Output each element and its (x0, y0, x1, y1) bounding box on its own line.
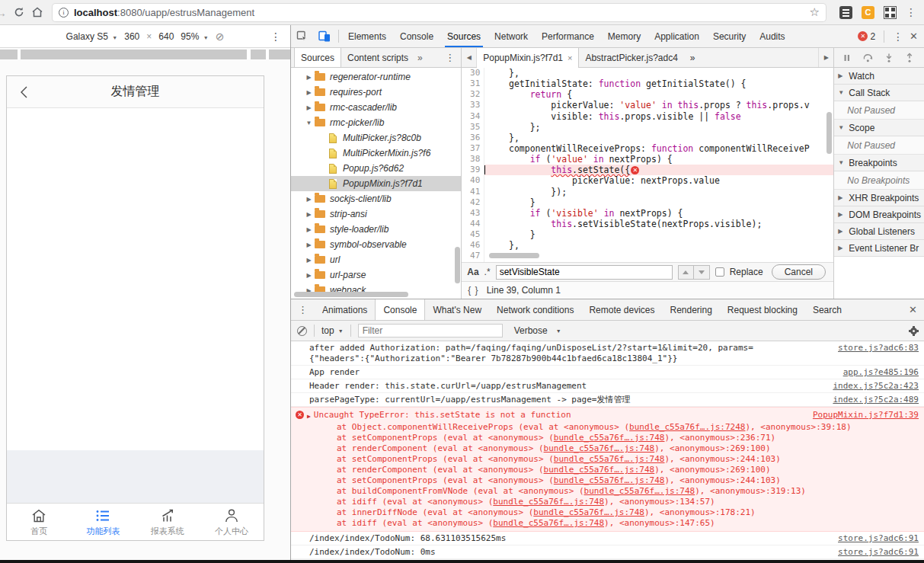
device-height-field[interactable]: 640 (158, 31, 174, 42)
editor-tab-abstractpicker[interactable]: AbstractPicker.js?adc4 (579, 48, 683, 67)
nav-item-function-list[interactable]: 功能列表 (71, 504, 135, 540)
console-source-link[interactable]: index.js?5c2a:423 (833, 381, 919, 392)
expand-stack-triangle[interactable]: ▶ (307, 411, 311, 422)
drawer-tab-whats-new[interactable]: What's New (425, 299, 489, 320)
section-scope[interactable]: ▼Scope (834, 120, 924, 136)
search-next-button[interactable] (694, 265, 710, 280)
stack-frame-link[interactable]: bundle_c55a76f….js:7248 (629, 422, 745, 432)
reload-icon[interactable] (13, 6, 25, 18)
section-xhr-breakpoints[interactable]: ▶XHR Breakpoints (834, 190, 924, 206)
tab-memory[interactable]: Memory (601, 25, 647, 47)
tree-file[interactable]: Popup.js?6d62 (291, 161, 461, 176)
execution-context-select[interactable]: top▼ (321, 325, 344, 336)
device-select[interactable]: Galaxy S5 ▼ (66, 31, 118, 42)
nav-item-reports[interactable]: 报表系统 (136, 504, 200, 540)
browser-menu-icon[interactable]: ⋮ (906, 7, 916, 18)
tree-horizontal-scrollbar[interactable] (294, 292, 408, 297)
console-source-link[interactable]: index.js?5c2a:489 (833, 395, 919, 405)
tree-folder-expanded[interactable]: ▼rmc-picker/lib (291, 115, 461, 130)
editor-horizontal-scrollbar[interactable] (489, 253, 539, 258)
drawer-tab-remote-devices[interactable]: Remote devices (581, 299, 662, 320)
tree-folder[interactable]: ▶sockjs-client/lib (291, 191, 461, 206)
drawer-tab-request-blocking[interactable]: Request blocking (720, 299, 805, 320)
bookmark-star-icon[interactable]: ☆ (810, 5, 820, 19)
log-level-select[interactable]: Verbose▼ (514, 325, 561, 336)
stack-frame-link[interactable]: bundle_c55a76f….js:748 (493, 518, 604, 528)
nav-item-profile[interactable]: 个人中心 (200, 504, 264, 540)
tab-network[interactable]: Network (488, 25, 535, 47)
stack-frame-link[interactable]: bundle_c55a76f….js:748 (493, 497, 604, 507)
tab-application[interactable]: Application (647, 25, 706, 47)
search-previous-button[interactable] (678, 265, 694, 280)
section-call-stack[interactable]: ▼Call Stack (834, 85, 924, 101)
stack-frame-link[interactable]: bundle_c55a76f….js:748 (544, 465, 655, 475)
navigator-tab-sources[interactable]: Sources (294, 48, 341, 67)
section-watch[interactable]: ▶Watch (834, 68, 924, 85)
console-source-link[interactable]: store.js?adc6:83 (838, 343, 919, 353)
replace-checkbox[interactable] (715, 267, 724, 277)
section-breakpoints[interactable]: ▼Breakpoints (834, 155, 924, 171)
drawer-tab-console[interactable]: Console (375, 299, 425, 320)
section-global-listeners[interactable]: ▶Global Listeners (834, 223, 924, 240)
tree-vertical-scrollbar[interactable] (455, 247, 460, 283)
zoom-select[interactable]: 95% ▼ (181, 31, 208, 42)
extension-icon-2[interactable]: C (862, 6, 874, 19)
extension-icon-3[interactable] (884, 6, 897, 19)
pause-script-icon[interactable] (842, 53, 852, 63)
editor-vertical-scrollbar[interactable] (826, 112, 832, 154)
tree-file-selected[interactable]: PopupMixin.js?f7d1 (291, 176, 461, 191)
stack-frame-link[interactable]: bundle_c55a76f….js:748 (554, 475, 665, 485)
tab-audits[interactable]: Audits (753, 25, 791, 47)
close-tab-icon[interactable]: × (568, 53, 572, 62)
tab-console[interactable]: Console (393, 25, 440, 47)
home-icon[interactable] (31, 6, 43, 18)
tab-elements[interactable]: Elements (341, 25, 393, 47)
tree-file[interactable]: MultiPickerMixin.js?f6 (291, 146, 461, 161)
page-info-icon[interactable]: i (59, 8, 69, 18)
inline-error-icon[interactable]: ✕ (631, 166, 639, 174)
tree-file[interactable]: MultiPicker.js?8c0b (291, 130, 461, 146)
url-bar[interactable]: i localhost :8080/uapp/estrusManagement … (53, 4, 826, 21)
step-over-icon[interactable] (862, 53, 874, 63)
tree-folder[interactable]: ▶strip-ansi (291, 206, 461, 222)
editor-tab-popupmixin[interactable]: PopupMixin.js?f7d1× (477, 48, 579, 68)
tree-folder[interactable]: ▶rmc-cascader/lib (291, 100, 461, 115)
rotate-device-icon[interactable]: ⊘ (216, 30, 225, 43)
tabs-scroll-right-icon[interactable]: ▶ (818, 48, 833, 67)
stack-frame-link[interactable]: bundle_c55a76f….js:748 (584, 486, 695, 496)
devtools-menu-icon[interactable]: ⋮ (893, 31, 903, 42)
tree-folder[interactable]: ▶url-parse (291, 267, 461, 283)
pretty-print-icon[interactable]: { } (468, 285, 478, 296)
tab-sources[interactable]: Sources (440, 25, 488, 47)
tree-folder[interactable]: ▶style-loader/lib (291, 222, 461, 237)
console-source-link[interactable]: store.js?adc6:91 (838, 547, 919, 558)
drawer-tab-animations[interactable]: Animations (315, 299, 375, 320)
device-toolbar-menu-icon[interactable]: ⋮ (270, 30, 281, 43)
section-event-listener-breakpoints[interactable]: ▶Event Listener Br (834, 240, 924, 257)
console-source-link[interactable]: store.js?adc6:91 (838, 533, 919, 544)
section-dom-breakpoints[interactable]: ▶DOM Breakpoints (834, 206, 924, 223)
cancel-button[interactable]: Cancel (772, 264, 826, 280)
device-width-field[interactable]: 360 (124, 31, 139, 42)
code-editor[interactable]: 30 }, 31 getInitialState: function getIn… (462, 68, 833, 262)
error-source-link[interactable]: PopupMixin.js?f7d1:39 (813, 410, 919, 421)
drawer-tab-network-conditions[interactable]: Network conditions (489, 299, 581, 320)
extension-icon-1[interactable] (839, 6, 852, 19)
tabs-scroll-left-icon[interactable]: ◀ (462, 48, 477, 67)
tree-folder[interactable]: ▶url (291, 252, 461, 267)
editor-tabs-overflow[interactable]: » (684, 48, 702, 67)
tree-folder[interactable]: ▶regenerator-runtime (291, 69, 461, 85)
step-out-icon[interactable] (904, 53, 915, 63)
drawer-menu-icon[interactable]: ⋮ (291, 299, 315, 320)
match-case-toggle[interactable]: Aa (467, 267, 478, 277)
forward-icon[interactable]: → (0, 6, 7, 19)
stack-frame-link[interactable]: bundle_c55a76f….js:748 (554, 433, 665, 443)
drawer-tab-rendering[interactable]: Rendering (662, 299, 719, 320)
tree-folder[interactable]: ▶symbol-observable (291, 237, 461, 252)
devtools-close-icon[interactable]: ✕ (910, 30, 918, 42)
stack-frame-link[interactable]: bundle_c55a76f….js:748 (554, 454, 665, 464)
nav-item-home[interactable]: 首页 (7, 504, 71, 540)
navigator-menu-icon[interactable]: ⋮ (439, 52, 461, 63)
regex-toggle[interactable]: .* (484, 267, 491, 277)
back-chevron-icon[interactable] (16, 83, 34, 101)
